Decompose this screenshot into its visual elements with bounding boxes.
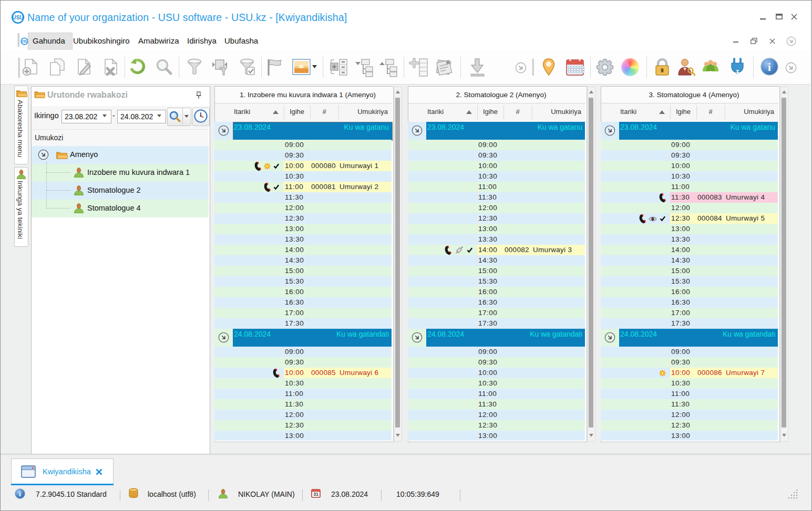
svg-text:i: i bbox=[768, 61, 771, 74]
svg-text:i: i bbox=[19, 491, 21, 498]
svg-text:USU: USU bbox=[21, 39, 28, 43]
svg-text:31: 31 bbox=[313, 492, 318, 497]
svg-text:USU: USU bbox=[12, 15, 23, 20]
